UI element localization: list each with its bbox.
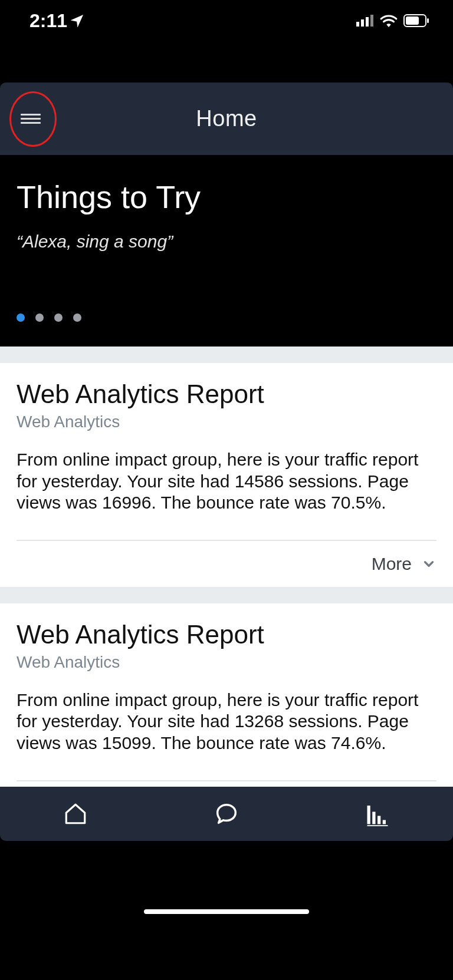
svg-rect-7	[367, 806, 370, 824]
wifi-icon	[380, 14, 398, 27]
status-left: 2:11	[29, 10, 84, 32]
chat-icon	[213, 800, 240, 827]
carousel-dots[interactable]	[17, 314, 81, 322]
svg-rect-9	[378, 816, 380, 824]
hero-subtitle: “Alexa, sing a song”	[17, 232, 436, 252]
page-title: Home	[0, 106, 453, 131]
spacer	[0, 41, 453, 83]
carousel-dot[interactable]	[35, 314, 44, 322]
carousel-dot[interactable]	[73, 314, 81, 322]
card-body: From online impact group, here is your t…	[17, 449, 436, 514]
status-right	[356, 14, 429, 27]
svg-rect-10	[383, 820, 386, 824]
status-bar: 2:11	[0, 0, 453, 41]
card-feed[interactable]: Web Analytics Report Web Analytics From …	[0, 347, 453, 805]
svg-rect-11	[367, 825, 388, 826]
home-icon	[63, 801, 88, 826]
card-title: Web Analytics Report	[17, 620, 436, 649]
battery-icon	[403, 14, 429, 27]
report-card[interactable]: Web Analytics Report Web Analytics From …	[0, 363, 453, 541]
card-subtitle: Web Analytics	[17, 653, 436, 672]
bottom-nav	[0, 787, 453, 841]
divider	[0, 587, 453, 603]
location-icon	[71, 14, 84, 27]
app-header: Home	[0, 83, 453, 155]
svg-rect-2	[366, 17, 369, 27]
nav-equalizer-button[interactable]	[365, 801, 390, 827]
card-title: Web Analytics Report	[17, 380, 436, 409]
hero-title: Things to Try	[17, 179, 436, 215]
status-time: 2:11	[29, 10, 67, 32]
card-subtitle: Web Analytics	[17, 413, 436, 431]
cellular-icon	[356, 15, 374, 27]
carousel-dot[interactable]	[54, 314, 63, 322]
svg-rect-3	[370, 15, 373, 27]
divider	[0, 347, 453, 363]
home-indicator[interactable]	[144, 909, 309, 914]
more-button[interactable]: More	[0, 541, 453, 587]
svg-rect-0	[356, 22, 359, 27]
svg-rect-5	[406, 17, 419, 25]
report-card[interactable]: Web Analytics Report Web Analytics From …	[0, 603, 453, 781]
more-label: More	[372, 554, 412, 574]
nav-home-button[interactable]	[63, 801, 88, 827]
svg-rect-6	[427, 18, 429, 23]
chevron-down-icon	[421, 556, 436, 572]
hero-card[interactable]: Things to Try “Alexa, sing a song”	[0, 155, 453, 347]
svg-rect-1	[361, 19, 364, 27]
carousel-dot[interactable]	[17, 314, 25, 322]
equalizer-icon	[365, 801, 390, 826]
nav-chat-button[interactable]	[214, 801, 239, 827]
svg-rect-8	[372, 812, 375, 824]
card-body: From online impact group, here is your t…	[17, 689, 436, 754]
